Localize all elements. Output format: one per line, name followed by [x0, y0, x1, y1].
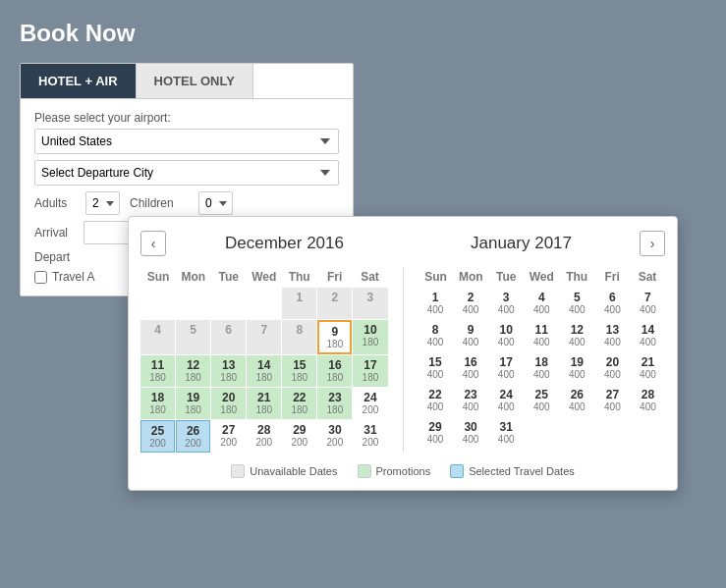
- calendar-cell[interactable]: 23180: [317, 388, 352, 419]
- calendar-cell[interactable]: 18400: [525, 352, 559, 384]
- calendar-cell[interactable]: 22400: [419, 385, 453, 416]
- tab-hotel-only[interactable]: HOTEL ONLY: [137, 64, 253, 98]
- day-number: 16: [328, 358, 341, 372]
- calendar-cell[interactable]: 4: [140, 320, 175, 354]
- calendar-cell[interactable]: 16400: [454, 352, 488, 384]
- airport-label: Please select your airport:: [34, 111, 339, 125]
- calendar-cell[interactable]: 19180: [176, 388, 210, 419]
- calendar-cell[interactable]: 16180: [317, 355, 352, 387]
- calendar-cell[interactable]: 9400: [454, 320, 488, 351]
- month1-title: December 2016: [166, 234, 403, 253]
- calendar-cell[interactable]: 28200: [247, 420, 281, 453]
- calendar-cell: [140, 288, 175, 319]
- day-price: 400: [640, 304, 656, 315]
- calendar-grids: Sun Mon Tue Wed Thu Fri Sat 123456789180…: [140, 268, 665, 453]
- calendar-cell[interactable]: 20400: [595, 352, 630, 384]
- calendar-cell[interactable]: 22180: [282, 388, 316, 419]
- calendar-cell[interactable]: 5400: [560, 288, 594, 319]
- calendar-cell[interactable]: 5: [176, 320, 210, 354]
- calendar-cell[interactable]: 15400: [419, 352, 453, 384]
- calendar-cell[interactable]: 25200: [140, 420, 175, 453]
- calendar-cell[interactable]: 10400: [489, 320, 524, 351]
- calendar-cell[interactable]: 29200: [282, 420, 316, 453]
- calendar-cell[interactable]: 24400: [489, 385, 524, 416]
- departure-select[interactable]: Select Departure City: [34, 160, 339, 186]
- calendar-cell[interactable]: 28400: [631, 385, 665, 416]
- calendar-cell[interactable]: 11180: [140, 355, 175, 387]
- day-price: 200: [363, 437, 379, 448]
- calendar-cell[interactable]: 6: [211, 320, 246, 354]
- calendar-cell[interactable]: 9180: [317, 320, 352, 354]
- calendar-cell[interactable]: 12180: [176, 355, 210, 387]
- travel-label: Travel A: [52, 270, 95, 284]
- calendar-cell[interactable]: 7: [247, 320, 281, 354]
- calendar-cell[interactable]: 17400: [489, 352, 524, 384]
- calendar-cell[interactable]: 3: [353, 288, 387, 319]
- children-select[interactable]: 0: [198, 191, 233, 215]
- calendar-cell[interactable]: 23400: [454, 385, 488, 416]
- calendar-cell[interactable]: 26400: [560, 385, 594, 416]
- day-price: 400: [463, 337, 479, 347]
- day-price: 400: [533, 369, 550, 380]
- calendar-cell[interactable]: 6400: [595, 288, 630, 319]
- prev-month-button[interactable]: ‹: [140, 231, 166, 256]
- calendar-cell[interactable]: 26200: [176, 420, 210, 453]
- calendar-cell[interactable]: 2: [317, 288, 352, 319]
- day-price: 400: [427, 401, 444, 412]
- calendar-cell[interactable]: 27200: [211, 420, 246, 453]
- day-number: 18: [535, 355, 548, 369]
- day-number: 22: [293, 391, 306, 404]
- calendar-cell[interactable]: 7400: [631, 288, 665, 319]
- calendar-cell[interactable]: 13180: [211, 355, 246, 387]
- day-number: 22: [428, 388, 441, 401]
- day-price: 400: [463, 369, 479, 380]
- day-number: 5: [574, 291, 581, 304]
- calendar-cell[interactable]: 1400: [419, 288, 453, 319]
- promotions-box: [358, 464, 371, 478]
- calendar-cell[interactable]: 30400: [454, 417, 488, 449]
- calendar-cell[interactable]: 20180: [211, 388, 246, 419]
- calendar-cell[interactable]: 19400: [560, 352, 594, 384]
- day-number: 27: [606, 388, 619, 401]
- calendar-cell[interactable]: 8400: [419, 320, 453, 351]
- calendar-cell[interactable]: 21180: [247, 388, 281, 419]
- calendar-cell[interactable]: 13400: [595, 320, 630, 351]
- calendar-cell[interactable]: 8: [282, 320, 316, 354]
- dow-sat: Sat: [353, 268, 388, 286]
- calendar-cell[interactable]: 30200: [317, 420, 352, 453]
- day-price: 180: [185, 404, 201, 415]
- tab-hotel-air[interactable]: HOTEL + AIR: [21, 64, 137, 98]
- calendar-cell[interactable]: 2400: [454, 288, 488, 319]
- calendar-cell[interactable]: 15180: [282, 355, 316, 387]
- calendar-cell[interactable]: 29400: [419, 417, 453, 449]
- calendar-cell[interactable]: 14180: [247, 355, 281, 387]
- calendar-cell[interactable]: 17180: [353, 355, 387, 387]
- calendar-cell[interactable]: 24200: [353, 388, 387, 419]
- december-days: 1234567891801018011180121801318014180151…: [140, 288, 388, 453]
- calendar-cell[interactable]: 3400: [489, 288, 524, 319]
- day-number: 1: [432, 291, 439, 304]
- day-price: 200: [149, 438, 166, 449]
- next-month-button[interactable]: ›: [640, 231, 665, 256]
- adults-select[interactable]: 2: [85, 191, 120, 215]
- day-price: 400: [640, 401, 656, 412]
- calendar-cell[interactable]: 14400: [631, 320, 665, 351]
- travel-checkbox[interactable]: [34, 271, 47, 284]
- calendar-cell[interactable]: 31200: [353, 420, 387, 453]
- calendar-cell[interactable]: 11400: [525, 320, 559, 351]
- unavailable-label: Unavailable Dates: [250, 465, 337, 477]
- calendar-cell[interactable]: 31400: [489, 417, 524, 449]
- dow-thu: Thu: [282, 268, 317, 286]
- calendar-cell[interactable]: 1: [282, 288, 316, 319]
- calendar-cell[interactable]: 25400: [525, 385, 559, 416]
- country-select[interactable]: United States: [34, 129, 339, 154]
- calendar-cell[interactable]: 21400: [631, 352, 665, 384]
- dow-sun: Sun: [419, 268, 454, 286]
- calendar-cell[interactable]: 18180: [140, 388, 175, 419]
- calendar-cell[interactable]: 4400: [525, 288, 559, 319]
- calendar-cell[interactable]: 12400: [560, 320, 594, 351]
- tab-bar: HOTEL + AIR HOTEL ONLY: [21, 64, 353, 99]
- day-price: 180: [255, 404, 272, 415]
- calendar-cell[interactable]: 27400: [595, 385, 630, 416]
- calendar-cell[interactable]: 10180: [353, 320, 387, 354]
